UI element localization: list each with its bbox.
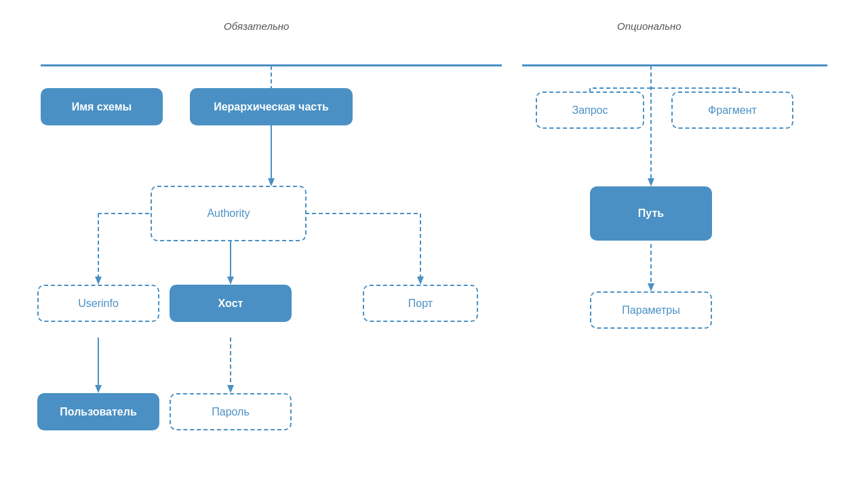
node-fragment: Фрагмент [671,92,793,129]
label-mandatory: Обязательно [224,20,289,32]
node-password: Пароль [170,393,292,430]
node-params: Параметры [590,291,712,329]
node-user: Пользователь [37,393,159,430]
svg-marker-7 [227,277,234,285]
diagram: Обязательно Опционально [0,0,868,488]
svg-marker-10 [417,277,424,285]
svg-marker-23 [648,283,654,291]
node-path: Путь [590,186,712,241]
node-port: Порт [363,285,478,322]
svg-marker-5 [95,277,102,285]
node-host: Хост [170,285,292,322]
timeline-right [522,64,827,66]
node-hierarchical-part: Иерархическая часть [190,88,353,125]
node-userinfo: Userinfo [37,285,159,322]
label-optional: Опционально [617,20,682,32]
svg-marker-12 [95,385,102,393]
timeline-left [41,64,502,66]
svg-marker-21 [648,178,654,186]
node-schema-name: Имя схемы [41,88,163,125]
node-query: Запрос [536,92,644,129]
node-authority: Authority [151,186,307,241]
svg-marker-14 [227,385,234,393]
